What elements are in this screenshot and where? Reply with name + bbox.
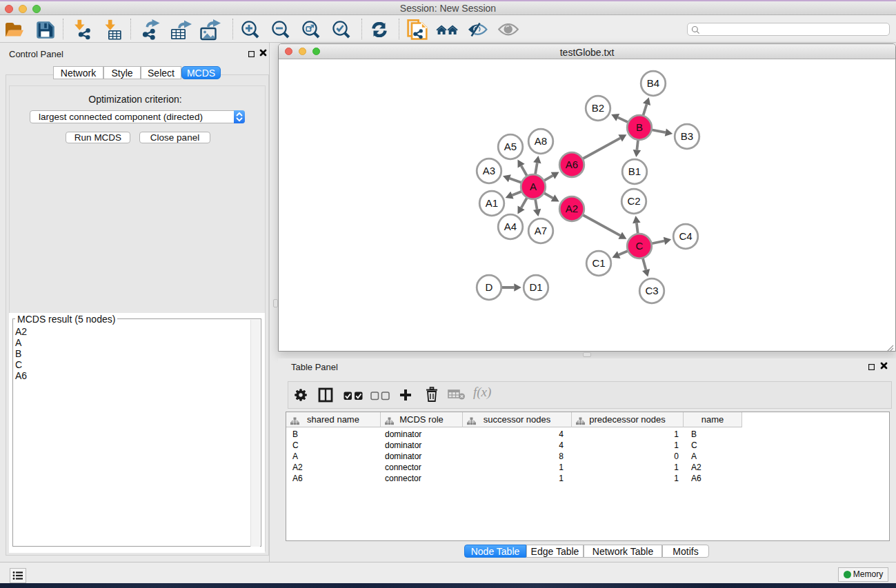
svg-text:C3: C3	[645, 285, 658, 296]
svg-text:C1: C1	[592, 257, 605, 269]
svg-text:A1: A1	[486, 197, 498, 209]
svg-text:B: B	[636, 121, 643, 133]
svg-text:C4: C4	[679, 230, 692, 242]
svg-text:A3: A3	[483, 165, 495, 176]
svg-text:A6: A6	[566, 159, 578, 170]
svg-text:C2: C2	[627, 195, 640, 207]
svg-text:B1: B1	[628, 165, 641, 177]
svg-text:A2: A2	[566, 203, 578, 214]
svg-text:A4: A4	[504, 221, 517, 232]
svg-text:B4: B4	[647, 77, 659, 89]
svg-text:B2: B2	[592, 102, 604, 114]
svg-text:A8: A8	[535, 135, 547, 147]
svg-text:A5: A5	[504, 141, 517, 152]
svg-text:A7: A7	[535, 225, 547, 236]
svg-text:C: C	[636, 240, 644, 252]
svg-text:D1: D1	[529, 281, 542, 293]
svg-text:B3: B3	[681, 130, 693, 142]
svg-text:D: D	[486, 281, 493, 293]
svg-text:A: A	[530, 181, 537, 192]
